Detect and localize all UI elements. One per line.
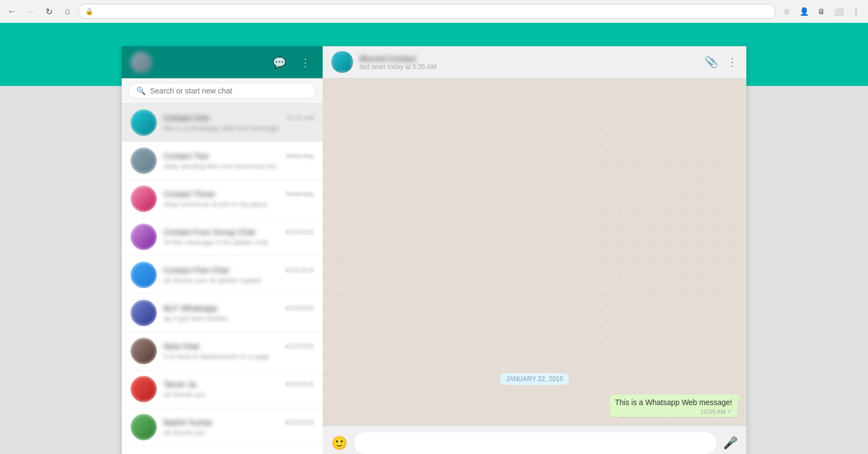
date-label-text: JANUARY 22, 2015 bbox=[500, 373, 569, 385]
chat-time: 4/22/2015 bbox=[285, 419, 314, 426]
new-chat-icon: 💬 bbox=[273, 56, 286, 69]
chat-avatar bbox=[130, 414, 157, 440]
chat-avatar bbox=[130, 185, 157, 212]
chat-item[interactable]: Contact One 10:21 AM this is a whatsapp … bbox=[122, 104, 323, 142]
reload-button[interactable]: ↻ bbox=[41, 4, 56, 19]
new-chat-button[interactable]: 💬 bbox=[271, 54, 288, 71]
chat-name: New Chat bbox=[163, 341, 199, 351]
chat-top: Contact Three Yesterday bbox=[163, 189, 314, 198]
chat-preview: It is here to blankscreen in a page bbox=[163, 352, 314, 360]
chat-item[interactable]: Contact Two Yesterday okay sending this … bbox=[122, 142, 323, 180]
mic-icon: 🎤 bbox=[723, 436, 738, 450]
chat-item[interactable]: Bashir Kumar 4/22/2015 ok thanks pm bbox=[122, 408, 323, 446]
chat-contact-info: Blurred Contact last seen today at 5:35 … bbox=[360, 54, 436, 71]
user-avatar[interactable] bbox=[130, 52, 152, 73]
message-sent: This is a Whatsapp Web message! 10:59 AM… bbox=[331, 395, 738, 417]
chat-avatar bbox=[130, 300, 157, 326]
chat-time: 4/22/2015 bbox=[285, 228, 314, 236]
message-text: This is a Whatsapp Web message! bbox=[615, 398, 732, 407]
search-input-wrapper: 🔍 bbox=[128, 83, 316, 99]
message-input[interactable] bbox=[354, 432, 716, 454]
chat-info: Tanvir Ja 4/22/2015 ok thanks pm bbox=[163, 380, 314, 399]
chat-info: Contact Four Group Chat 4/22/2015 Hi thi… bbox=[163, 227, 314, 246]
chat-item[interactable]: Contact Four Group Chat 4/22/2015 Hi thi… bbox=[122, 218, 323, 256]
chat-avatar bbox=[130, 109, 157, 136]
contact-avatar[interactable] bbox=[331, 51, 353, 73]
search-bar: 🔍 bbox=[122, 78, 323, 104]
chat-avatar bbox=[130, 223, 157, 250]
emoji-icon: 🙂 bbox=[331, 436, 348, 450]
chat-header-left: Blurred Contact last seen today at 5:35 … bbox=[331, 51, 436, 73]
browser-toolbar: ← → ↻ ⌂ 🔒 https://web.whatsapp.com ☆ 👤 🖥… bbox=[0, 0, 868, 23]
chat-top: Bashir Kumar 4/22/2015 bbox=[163, 418, 314, 427]
chat-top: New Chat 4/22/2015 bbox=[163, 341, 314, 351]
chat-name: Tanvir Ja bbox=[163, 380, 196, 389]
message-spacer bbox=[331, 87, 738, 363]
chat-top: Contact Two Yesterday bbox=[163, 151, 314, 160]
chat-preview: this is a whatsapp web test message bbox=[163, 124, 314, 132]
chat-info: Contact Three Yesterday okay tomorrow at… bbox=[163, 189, 314, 208]
chat-top: BLF Whatsapp 4/22/2015 bbox=[163, 303, 314, 313]
chat-contact-status: last seen today at 5:35 AM bbox=[360, 63, 436, 71]
chat-top: Contact One 10:21 AM bbox=[163, 113, 314, 122]
url-input[interactable]: https://web.whatsapp.com bbox=[97, 8, 769, 16]
menu-button[interactable]: ⋮ bbox=[297, 54, 314, 71]
emoji-button[interactable]: 🙂 bbox=[331, 436, 348, 451]
chat-name: Contact One bbox=[163, 113, 209, 122]
user-profile-icon[interactable]: 👤 bbox=[796, 4, 812, 19]
chat-top: Contact Four Group Chat 4/22/2015 bbox=[163, 227, 314, 237]
date-label: JANUARY 22, 2015 bbox=[500, 373, 569, 385]
forward-button[interactable]: → bbox=[23, 4, 38, 19]
chat-preview: ap it got here thanks bbox=[163, 314, 314, 322]
left-header: 💬 ⋮ bbox=[122, 46, 323, 78]
chat-messages: JANUARY 22, 2015 This is a Whatsapp Web … bbox=[323, 78, 746, 426]
attach-button[interactable]: 📎 bbox=[705, 55, 718, 69]
chat-item[interactable]: BLF Whatsapp 4/22/2015 ap it got here th… bbox=[122, 294, 323, 332]
whatsapp-wrapper: 💬 ⋮ 🔍 bbox=[0, 23, 868, 454]
chat-time: Yesterday bbox=[285, 190, 314, 198]
whatsapp-container: 💬 ⋮ 🔍 bbox=[122, 46, 746, 454]
chat-item[interactable]: New Chat 4/22/2015 It is here to blanksc… bbox=[122, 332, 323, 370]
cast-icon[interactable]: 🖥 bbox=[814, 4, 829, 19]
chat-time: 4/22/2015 bbox=[285, 381, 314, 388]
browser-menu-icon[interactable]: ⋮ bbox=[848, 4, 864, 19]
search-input[interactable] bbox=[150, 86, 308, 95]
back-button[interactable]: ← bbox=[4, 4, 20, 19]
chat-item[interactable]: Contact Five Chat 4/22/2015 ok thanks yo… bbox=[122, 256, 323, 294]
address-bar: 🔒 https://web.whatsapp.com bbox=[78, 4, 776, 19]
chat-time: Yesterday bbox=[285, 152, 314, 160]
chat-list: Contact One 10:21 AM this is a whatsapp … bbox=[122, 104, 323, 454]
chat-top: Tanvir Ja 4/22/2015 bbox=[163, 380, 314, 389]
chat-avatar bbox=[130, 338, 157, 364]
chat-header: Blurred Contact last seen today at 5:35 … bbox=[323, 46, 746, 78]
chat-info: BLF Whatsapp 4/22/2015 ap it got here th… bbox=[163, 303, 314, 322]
chat-info: Bashir Kumar 4/22/2015 ok thanks pm bbox=[163, 418, 314, 437]
user-avatar-img bbox=[130, 52, 152, 73]
chat-avatar bbox=[130, 376, 157, 402]
chat-preview: ok thanks you ok jabber copied bbox=[163, 276, 314, 284]
chat-preview: ok thanks pm bbox=[163, 428, 314, 437]
browser-chrome: ← → ↻ ⌂ 🔒 https://web.whatsapp.com ☆ 👤 🖥… bbox=[0, 0, 868, 23]
chat-menu-button[interactable]: ⋮ bbox=[727, 55, 738, 69]
chat-name: Contact Three bbox=[163, 189, 215, 198]
chat-avatar bbox=[130, 147, 157, 174]
maximize-icon[interactable]: ⬜ bbox=[831, 4, 846, 19]
left-header-right: 💬 ⋮ bbox=[271, 54, 314, 71]
contact-avatar-img bbox=[331, 51, 353, 73]
message-time: 10:59 AM bbox=[701, 408, 726, 415]
mic-button[interactable]: 🎤 bbox=[723, 436, 738, 450]
chat-menu-icon: ⋮ bbox=[727, 55, 738, 69]
message-meta: 10:59 AM ✓ bbox=[615, 408, 732, 415]
home-button[interactable]: ⌂ bbox=[60, 4, 75, 19]
chat-preview: Hi this message is for jabber chat bbox=[163, 238, 314, 246]
chat-name: Contact Four Group Chat bbox=[163, 227, 255, 237]
chat-item[interactable]: Contact Three Yesterday okay tomorrow at… bbox=[122, 180, 323, 218]
right-panel: Blurred Contact last seen today at 5:35 … bbox=[323, 46, 746, 454]
chat-item[interactable]: Tanvir Ja 4/22/2015 ok thanks pm bbox=[122, 370, 323, 408]
chat-time: 4/22/2015 bbox=[285, 266, 314, 274]
chat-preview: okay sending this now tomorrow too bbox=[163, 162, 314, 170]
left-panel: 💬 ⋮ 🔍 bbox=[122, 46, 323, 454]
menu-icon: ⋮ bbox=[300, 56, 311, 69]
chat-preview: okay tomorrow at pm in my place bbox=[163, 200, 314, 208]
bookmark-icon[interactable]: ☆ bbox=[779, 4, 794, 19]
